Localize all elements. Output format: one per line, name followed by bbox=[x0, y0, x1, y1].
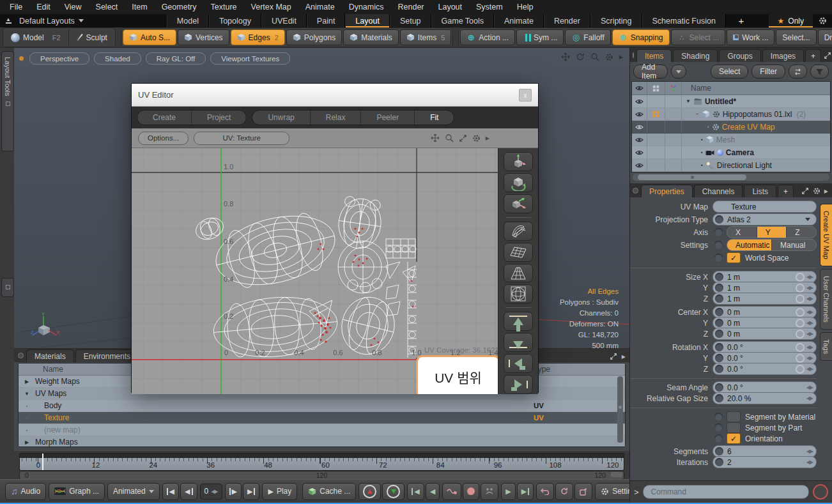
add-item-dropdown[interactable] bbox=[671, 65, 686, 79]
horizontal-scrollbar[interactable] bbox=[633, 174, 829, 181]
viewport-menu-dot[interactable] bbox=[19, 56, 24, 61]
flyout-arrow-icon[interactable]: ▶ bbox=[486, 135, 489, 141]
render-column-icon[interactable] bbox=[652, 85, 659, 92]
expand-icon[interactable] bbox=[801, 187, 809, 195]
channel-knob[interactable] bbox=[714, 254, 723, 262]
panel-menu-dot[interactable] bbox=[633, 52, 634, 58]
list-item[interactable]: Morph Maps bbox=[19, 436, 625, 447]
table-row-selected[interactable]: ▪ Create UV Map bbox=[632, 121, 830, 134]
list-item[interactable]: (new map) bbox=[19, 424, 625, 436]
pack-right-button[interactable] bbox=[504, 375, 533, 394]
model-mode-button[interactable]: Model F2 bbox=[4, 29, 67, 45]
stepper-icon[interactable]: ◀▶ bbox=[806, 459, 813, 465]
only-tab[interactable]: ★ Only bbox=[769, 14, 813, 27]
axis-z-option[interactable]: Z bbox=[787, 227, 816, 238]
zoom-icon[interactable] bbox=[445, 134, 454, 142]
list-item[interactable]: Body UV bbox=[19, 400, 625, 412]
component-mode-button[interactable]: Vertices bbox=[178, 29, 229, 45]
eye-icon[interactable] bbox=[635, 162, 643, 169]
flyout-arrow-icon[interactable]: ▶ bbox=[622, 354, 626, 360]
uv-tab-unwrap[interactable]: Unwrap bbox=[252, 111, 310, 125]
expand-icon[interactable] bbox=[824, 52, 831, 59]
tool-state-button[interactable]: Work ... bbox=[727, 29, 774, 45]
expand-icon[interactable] bbox=[459, 134, 467, 142]
layout-tab[interactable]: Render bbox=[544, 14, 590, 27]
size-z-field[interactable]: 1 m◀▶ bbox=[713, 293, 817, 305]
rotation-z-field[interactable]: 0.0 °◀▶ bbox=[713, 363, 817, 375]
gear-icon[interactable] bbox=[472, 134, 481, 142]
gear-icon[interactable] bbox=[813, 187, 820, 195]
gear-icon[interactable] bbox=[813, 14, 832, 27]
table-row[interactable]: ▼ Untitled* bbox=[632, 95, 830, 108]
undo-key-button[interactable] bbox=[536, 483, 554, 500]
segment-by-material-checkbox[interactable]: ✓ bbox=[727, 411, 741, 422]
play-button[interactable]: ▶ Play bbox=[262, 483, 297, 500]
menu-item[interactable]: Render bbox=[391, 0, 431, 14]
go-to-start-button[interactable]: ◀ bbox=[162, 483, 179, 500]
world-space-checkbox[interactable]: ✓ bbox=[727, 252, 741, 263]
layout-tab[interactable]: Animate bbox=[494, 14, 544, 27]
close-icon[interactable] bbox=[519, 89, 532, 102]
component-mode-button[interactable]: Edges 2 bbox=[231, 29, 285, 45]
zoom-icon[interactable] bbox=[590, 52, 599, 61]
add-item-button[interactable]: Add Item bbox=[633, 65, 668, 79]
uv-tab-create[interactable]: Create bbox=[137, 111, 192, 125]
component-mode-button[interactable]: Items 5 bbox=[400, 29, 451, 45]
auto-key-button[interactable] bbox=[442, 483, 461, 500]
go-to-end-button[interactable]: ▶ bbox=[243, 483, 259, 500]
panel-tab[interactable]: Properties bbox=[641, 185, 693, 197]
relative-gap-size-field[interactable]: 20.0 %◀▶ bbox=[713, 392, 817, 404]
viewport-raygl-pill[interactable]: Ray GL: Off bbox=[146, 52, 206, 65]
channel-knob[interactable] bbox=[714, 228, 723, 236]
layout-preset-dropdown[interactable]: Default Layouts bbox=[17, 14, 90, 27]
record-macro-icon[interactable] bbox=[813, 484, 828, 500]
layout-up-icon[interactable]: ▲ bbox=[0, 14, 17, 27]
channel-knob[interactable] bbox=[714, 434, 723, 443]
next-key-button[interactable]: ▶ bbox=[517, 483, 534, 500]
stepper-icon[interactable]: ◀▶ bbox=[806, 296, 813, 302]
step-back-key-button[interactable]: ◀ bbox=[426, 483, 440, 500]
name-column-header[interactable]: Name bbox=[682, 82, 830, 95]
menu-item[interactable]: Select bbox=[89, 0, 125, 14]
uv-map-field[interactable]: Texture bbox=[713, 201, 817, 213]
pan-icon[interactable] bbox=[561, 52, 570, 61]
bake-button[interactable] bbox=[574, 483, 592, 500]
uv-tab-project[interactable]: Project bbox=[192, 111, 246, 125]
current-frame-field[interactable]: 0 ◀▶ bbox=[200, 484, 222, 500]
stepper-icon[interactable]: ◀▶ bbox=[806, 395, 813, 401]
pack-up-button[interactable] bbox=[504, 312, 533, 331]
panel-tab[interactable]: + bbox=[805, 49, 821, 62]
stepper-icon[interactable]: ◀▶ bbox=[806, 448, 813, 454]
tool-state-button[interactable]: Falloff bbox=[565, 29, 610, 45]
planar-project-button[interactable] bbox=[504, 243, 533, 262]
expand-icon[interactable] bbox=[610, 353, 617, 360]
expander-icon[interactable] bbox=[19, 428, 35, 432]
panel-menu-dot[interactable] bbox=[18, 353, 24, 358]
menu-item[interactable]: View bbox=[58, 0, 89, 14]
panel-tab[interactable]: + bbox=[778, 185, 794, 197]
panel-menu-dot[interactable] bbox=[633, 188, 638, 194]
spherical-project-button[interactable] bbox=[504, 284, 533, 303]
graph-editor-button[interactable]: Graph ... bbox=[49, 483, 105, 500]
step-fwd-key-button[interactable]: ▶ bbox=[501, 483, 515, 500]
stepper-icon[interactable]: ◀▶ bbox=[211, 489, 217, 494]
stepper-icon[interactable]: ◀▶ bbox=[806, 344, 813, 350]
menu-item[interactable]: Dynamics bbox=[342, 0, 391, 14]
table-row[interactable]: ▪ Directional Light bbox=[632, 159, 830, 172]
tool-state-button[interactable]: Select... bbox=[776, 29, 816, 45]
audio-button[interactable]: ♫ Audio bbox=[5, 483, 46, 500]
uv-canvas[interactable]: 1.0 0.8 0.6 0.4 0.2 0 0.2 0.4 0.6 0.8 1.… bbox=[132, 148, 498, 394]
current-frame-marker[interactable] bbox=[42, 454, 43, 470]
vertical-scrollbar[interactable] bbox=[617, 376, 623, 443]
tool-state-button[interactable]: Action ... bbox=[460, 29, 515, 45]
center-z-field[interactable]: 0 m◀▶ bbox=[713, 328, 817, 340]
eye-icon[interactable] bbox=[635, 149, 643, 156]
pose-button[interactable] bbox=[481, 483, 498, 500]
stepper-icon[interactable]: ◀▶ bbox=[806, 355, 813, 361]
viewport-shading-pill[interactable]: Shaded bbox=[94, 52, 141, 65]
sculpt-mode-button[interactable]: Sculpt bbox=[70, 29, 114, 45]
eye-icon[interactable] bbox=[635, 137, 643, 143]
tool-state-button[interactable]: Drop Action bbox=[818, 29, 832, 45]
layout-tab[interactable]: + bbox=[726, 14, 757, 27]
panel-tab[interactable]: Channels bbox=[694, 185, 743, 197]
